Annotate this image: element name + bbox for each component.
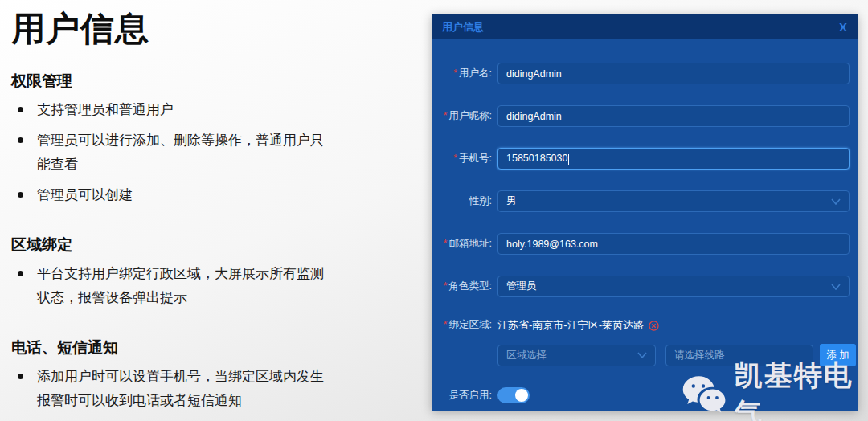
section-permissions: 权限管理 支持管理员和普通用户 管理员可以进行添加、删除等操作，普通用户只 能查…: [11, 71, 389, 207]
role-value: 管理员: [506, 280, 537, 293]
email-input[interactable]: holy.1989@163.com: [497, 233, 850, 255]
list-item: 管理员可以进行添加、删除等操作，普通用户只 能查看: [11, 129, 389, 177]
bullet-line: 平台支持用户绑定行政区域，大屏展示所有监测: [37, 262, 324, 286]
section-notifications: 电话、短信通知 添加用户时可以设置手机号，当绑定区域内发生 报警时可以收到电话或…: [11, 337, 389, 413]
field-label: *用户名:: [432, 67, 492, 80]
bound-region-text: 江苏省-南京市-江宁区-莱茵达路: [497, 318, 644, 333]
form-row-bound-region: *绑定区域: 江苏省-南京市-江宁区-莱茵达路: [432, 318, 858, 333]
phone-value: 15850185030: [506, 153, 569, 164]
field-label: *手机号:: [432, 152, 492, 166]
phone-input[interactable]: 15850185030: [497, 148, 850, 170]
list-item: 支持管理员和普通用户: [11, 98, 389, 122]
field-label: *用户昵称:: [432, 109, 492, 123]
required-asterisk: *: [453, 67, 457, 79]
bullet-icon: [18, 192, 23, 198]
field-label: 性别:: [432, 194, 492, 208]
nickname-value: didingAdmin: [506, 111, 562, 122]
bound-region-value: 江苏省-南京市-江宁区-莱茵达路: [497, 318, 659, 333]
section-heading: 电话、短信通知: [11, 337, 389, 358]
field-label: *绑定区域:: [432, 318, 492, 333]
role-select[interactable]: 管理员: [497, 276, 850, 297]
dialog-body: *用户名: didingAdmin *用户昵称: didingAdmin *手机…: [432, 39, 858, 403]
watermark-text: 凯基特电气: [735, 357, 868, 421]
bullet-line: 管理员可以进行添加、删除等操作，普通用户只: [37, 129, 324, 153]
bullet-line: 添加用户时可以设置手机号，当绑定区域内发生: [37, 365, 324, 389]
list-item: 平台支持用户绑定行政区域，大屏展示所有监测 状态，报警设备弹出提示: [11, 262, 389, 310]
gender-value: 男: [506, 194, 517, 208]
required-asterisk: *: [453, 153, 457, 164]
form-row-nickname: *用户昵称: didingAdmin: [432, 105, 858, 127]
bullet-icon: [18, 137, 23, 143]
watermark: 凯基特电气: [682, 357, 868, 421]
username-input[interactable]: didingAdmin: [497, 63, 850, 84]
username-value: didingAdmin: [506, 68, 562, 80]
bullet-line: 报警时可以收到电话或者短信通知: [37, 389, 324, 413]
required-asterisk: *: [444, 280, 448, 292]
dialog-title: 用户信息: [442, 20, 484, 35]
wechat-icon: [682, 373, 727, 416]
field-label: 是否启用:: [432, 389, 492, 403]
chevron-down-icon: [831, 198, 841, 205]
bullet-line: 状态，报警设备弹出提示: [37, 286, 324, 310]
toggle-knob: [515, 389, 528, 402]
email-value: holy.1989@163.com: [506, 239, 598, 250]
chevron-down-icon: [831, 284, 841, 290]
bullet-line: 管理员可以创建: [37, 183, 133, 207]
form-row-email: *邮箱地址: holy.1989@163.com: [432, 233, 858, 255]
form-row-gender: 性别: 男: [432, 190, 858, 212]
section-heading: 权限管理: [11, 71, 389, 92]
bullet-icon: [18, 271, 23, 276]
bullet-line: 能查看: [37, 153, 324, 177]
bullet-line: 支持管理员和普通用户: [37, 98, 174, 122]
field-label: *角色类型:: [432, 280, 492, 293]
chevron-down-icon: [637, 352, 647, 358]
user-info-dialog: 用户信息 X *用户名: didingAdmin *用户昵称: didingAd…: [432, 14, 858, 411]
dialog-header: 用户信息 X: [432, 14, 858, 39]
list-item: 添加用户时可以设置手机号，当绑定区域内发生 报警时可以收到电话或者短信通知: [11, 365, 389, 413]
required-asterisk: *: [444, 110, 448, 121]
required-asterisk: *: [444, 238, 448, 249]
bullet-icon: [18, 107, 23, 112]
form-row-username: *用户名: didingAdmin: [432, 63, 858, 84]
area-select-placeholder: 区域选择: [506, 349, 547, 362]
form-row-role: *角色类型: 管理员: [432, 276, 858, 297]
bullet-icon: [18, 374, 23, 379]
form-row-phone: *手机号: 15850185030: [432, 148, 858, 170]
page-title: 用户信息: [11, 6, 389, 51]
section-heading: 区域绑定: [11, 235, 389, 255]
close-icon[interactable]: X: [839, 21, 847, 33]
area-select[interactable]: 区域选择: [497, 345, 656, 366]
list-item: 管理员可以创建: [11, 183, 389, 207]
required-asterisk: *: [444, 319, 448, 330]
remove-region-icon[interactable]: [649, 321, 659, 331]
nickname-input[interactable]: didingAdmin: [497, 105, 850, 127]
gender-select[interactable]: 男: [497, 190, 850, 212]
description-panel: 用户信息 权限管理 支持管理员和普通用户 管理员可以进行添加、删除等操作，普通用…: [11, 6, 389, 413]
enabled-toggle[interactable]: [497, 387, 530, 403]
field-label: *邮箱地址:: [432, 237, 492, 251]
section-region-binding: 区域绑定 平台支持用户绑定行政区域，大屏展示所有监测 状态，报警设备弹出提示: [11, 235, 389, 310]
